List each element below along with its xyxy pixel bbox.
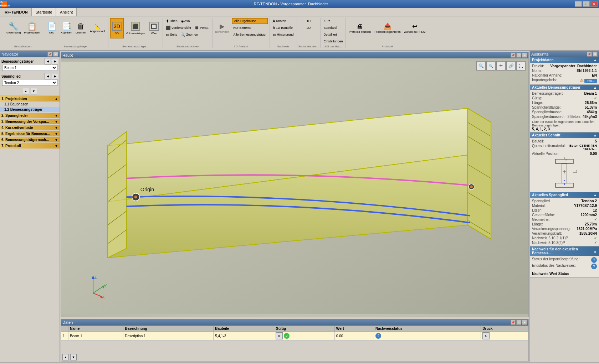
- ribbon-btn-detailliert[interactable]: Detailliert: [322, 31, 344, 38]
- ribbon-check-nur-extreme[interactable]: Nur Extreme: [232, 25, 268, 31]
- right-panel-header-buttons[interactable]: 📌 ✕: [587, 52, 598, 57]
- ribbon-btn-zurueck-rfem[interactable]: ↩ Zurück zu RFEM: [403, 18, 427, 38]
- minimize-button[interactable]: —: [575, 1, 582, 7]
- nav-traeger-arrows[interactable]: ◀ ▶: [45, 58, 58, 64]
- ribbon-btn-2d[interactable]: 2D: [305, 25, 312, 31]
- ribbon-btn-zoomen[interactable]: 🔍Zoomen: [179, 31, 199, 38]
- ribbon-btn-axo[interactable]: ◈Axo: [179, 18, 191, 24]
- nav-group-projektdaten-header[interactable]: 1. Projektdaten ▲: [0, 96, 60, 102]
- data-panel-close-button[interactable]: ✕: [522, 320, 527, 325]
- vp-zoom-in-button[interactable]: 🔍: [476, 61, 486, 71]
- viewport[interactable]: 🔍 🔍 ✛ 🔗 ⛶: [61, 58, 528, 317]
- nav-spannglied-select[interactable]: Tendon 2: [2, 80, 57, 86]
- ribbon-btn-loeschen[interactable]: 🗑 Löschen: [74, 18, 88, 38]
- maximize-button[interactable]: □: [583, 1, 590, 7]
- ribbon-btn-anwendung[interactable]: 🔧 Anwendung: [4, 18, 22, 38]
- ribbon-btn-1d[interactable]: 1D: [305, 18, 312, 24]
- cell-gueltig: ✏ ✓: [274, 332, 335, 340]
- right-label-importergebnis: Importergebnis:: [532, 78, 557, 83]
- navigator-header-buttons[interactable]: 📌 ✕: [47, 52, 58, 57]
- ribbon-btn-knoten[interactable]: AKnoten: [271, 18, 295, 24]
- right-label-geometrie: Geometrie:: [532, 218, 549, 222]
- nav-subitem-bauphasen[interactable]: 1.1 Bauphasen: [0, 102, 60, 107]
- haupt-close-button[interactable]: ✕: [522, 53, 527, 58]
- ribbon-btn-abgewickelt[interactable]: 📐 Abgewickelt: [88, 18, 107, 38]
- right-label-anhang: Nationaler Anhang:: [532, 73, 562, 77]
- nav-spannglied-prev-button[interactable]: ◀: [45, 73, 51, 79]
- right-section-projektdaten-header[interactable]: Projektdaten ▲: [530, 57, 599, 63]
- nav-subitem-bemessungstraeger[interactable]: 1.2 Bemessungsträger: [0, 107, 60, 112]
- nav-up-button[interactable]: ▲: [23, 88, 29, 94]
- nav-group-bemessung-header[interactable]: 3. Bemessung der Vorspar... ▼: [0, 119, 60, 124]
- ribbon-check-alle-bemessungstraeger[interactable]: Alle Bemessungsträger: [232, 31, 268, 38]
- data-panel-header-buttons[interactable]: 📌 □ ✕: [511, 320, 527, 325]
- nav-group-ergebnisse-header[interactable]: 5. Ergebnisse für Bemessu... ▼: [0, 131, 60, 136]
- right-section-nachweis-aktuell-header[interactable]: Nachweis für den aktuellen Bemessu... ▲: [530, 246, 599, 256]
- zurueck-rfem-icon: ↩: [412, 23, 418, 30]
- haupt-pin-button[interactable]: 📌: [511, 53, 516, 58]
- right-section-aktuelles-spannglied-header[interactable]: Aktuelles Spannglied ▲: [530, 192, 599, 198]
- right-section-aktueller-schnitt-header[interactable]: Aktueller Schnitt ▲: [530, 132, 599, 138]
- right-row-import-pruefung: Status der Importüberprüfung: ?: [532, 257, 597, 263]
- ribbon-btn-protokoll-drucken[interactable]: 🖨 Protokoll drucken: [347, 18, 372, 38]
- ribbon-check-alle-ergebnisse[interactable]: Alle Ergebnisse: [232, 18, 268, 24]
- ribbon-btn-neu[interactable]: 📄 Neu: [45, 18, 59, 38]
- tab-ansicht[interactable]: Ansicht: [56, 8, 77, 16]
- ribbon-btn-wire[interactable]: 🔲 Wire: [147, 18, 161, 38]
- haupt-maximize-button[interactable]: □: [516, 53, 521, 58]
- viewport-toolbar[interactable]: 🔍 🔍 ✛ 🔗 ⛶: [476, 61, 526, 71]
- ribbon-btn-3d[interactable]: 3D 3D: [110, 18, 124, 38]
- right-panel-close-button[interactable]: ✕: [593, 52, 598, 57]
- nav-group-bemessungstraegernach-header[interactable]: 6. Bemessungsträgernach... ▼: [0, 137, 60, 142]
- nav-spannglied-arrows[interactable]: ◀ ▶: [45, 73, 58, 79]
- ribbon-btn-vorderansicht[interactable]: ⬛Vorderansicht: [164, 25, 193, 31]
- nav-scroll-arrows[interactable]: ▲ ▼: [0, 87, 60, 95]
- haupt-header-buttons[interactable]: 📌 □ ✕: [511, 53, 527, 58]
- ribbon-btn-volumenkoerper[interactable]: ⬛ Volumenkörper: [124, 18, 147, 38]
- data-panel-arrows[interactable]: ▲ ▼: [61, 353, 528, 361]
- nav-traeger-next-button[interactable]: ▶: [52, 58, 58, 64]
- vp-fit-button[interactable]: ✛: [496, 61, 506, 71]
- nav-group-spannglieder-header[interactable]: 2. Spannglieder ▼: [0, 113, 60, 118]
- ribbon-btn-kopieren[interactable]: 📑 Kopieren: [59, 18, 73, 38]
- nav-traeger-select[interactable]: Beam 1: [2, 65, 57, 71]
- ribbon-btn-seite[interactable]: ▭Seite: [164, 31, 179, 38]
- ribbon-btn-hintergrund[interactable]: ▭Hintergrund: [271, 31, 295, 38]
- data-panel-up-button[interactable]: ▲: [62, 354, 69, 360]
- druck-button[interactable]: ↻: [482, 332, 490, 339]
- import-info-button[interactable]: Info...: [584, 79, 597, 83]
- nav-spannglied-next-button[interactable]: ▶: [52, 73, 58, 79]
- vp-link-button[interactable]: 🔗: [506, 61, 516, 71]
- data-panel-maximize-button[interactable]: □: [516, 320, 521, 325]
- vp-fullscreen-button[interactable]: ⛶: [516, 61, 526, 71]
- ribbon-btn-1d-bauteile[interactable]: A1D-Bauteile: [271, 25, 295, 31]
- navigator-close-button[interactable]: ✕: [53, 52, 58, 57]
- nav-down-button[interactable]: ▼: [31, 88, 37, 94]
- ribbon-btn-berechnen[interactable]: ▶ Berechnen: [214, 18, 231, 38]
- vp-zoom-out-button[interactable]: 🔍: [486, 61, 496, 71]
- ribbon-btn-oben[interactable]: ⬆Oben: [164, 18, 179, 24]
- window-controls[interactable]: — □ ✕: [575, 1, 598, 7]
- navigator-pin-button[interactable]: 📌: [47, 52, 52, 57]
- data-panel-down-button[interactable]: ▼: [70, 354, 77, 360]
- right-section-aktueller-traeger-header[interactable]: Aktueller Bemessungsträger ▲: [530, 85, 599, 90]
- col-nachweisstatus: Nachweisstatus: [374, 326, 481, 332]
- tab-startseite[interactable]: Startseite: [32, 8, 56, 16]
- ribbon-btn-persp[interactable]: 🔳Persp.: [193, 25, 211, 31]
- ribbon-btn-kurz[interactable]: Kurz: [322, 18, 344, 24]
- data-panel-pin-button[interactable]: 📌: [511, 320, 516, 325]
- tab-rf-tendon[interactable]: RF-TENDON: [1, 8, 32, 16]
- ribbon-btn-projektdaten[interactable]: 📋 Projektdaten: [22, 18, 41, 38]
- close-button[interactable]: ✕: [590, 1, 598, 7]
- ribbon-btn-protokoll-exportieren[interactable]: 📤 Protokoll exportieren: [373, 18, 402, 38]
- nav-group-kurzzeitverluste-header[interactable]: 4. Kurzzeitverluste ▼: [0, 125, 60, 130]
- table-row[interactable]: 1 Beam 1 Description 1 5,4,1-3 ✏ ✓ 0.00 …: [61, 332, 528, 340]
- nav-spannglied-dropdown[interactable]: Tendon 2: [1, 79, 58, 86]
- nav-group-protokoll-nav-header[interactable]: 7. Protokoll ▼: [0, 143, 60, 149]
- ribbon-btn-standard[interactable]: Standard: [322, 25, 344, 31]
- edit-button[interactable]: ✏: [276, 332, 283, 339]
- nav-traeger-prev-button[interactable]: ◀: [45, 58, 51, 64]
- nav-traeger-dropdown[interactable]: Beam 1: [1, 64, 58, 71]
- ribbon-btn-einstellungen2[interactable]: Einstellungen: [322, 38, 344, 45]
- right-panel-pin-button[interactable]: 📌: [587, 52, 592, 57]
